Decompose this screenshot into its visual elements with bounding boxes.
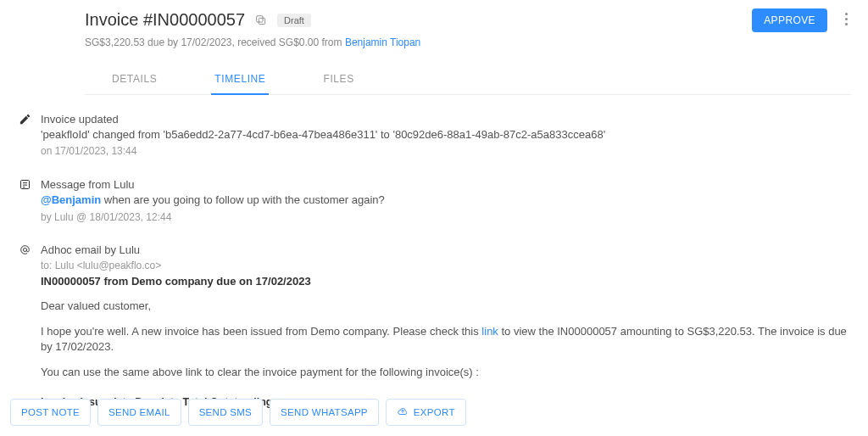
- export-button[interactable]: EXPORT: [386, 399, 466, 426]
- copy-icon[interactable]: [253, 13, 269, 28]
- timeline-panel: Invoice updated 'peakfloId' changed from…: [0, 95, 868, 428]
- svg-rect-1: [257, 15, 263, 21]
- update-detail: 'peakfloId' changed from 'b5a6edd2-2a77-…: [41, 127, 851, 143]
- tab-files[interactable]: FILES: [320, 66, 357, 95]
- status-badge: Draft: [277, 14, 311, 27]
- page-title: Invoice #IN00000057: [85, 10, 245, 30]
- email-subject: IN00000057 from Demo company due on 17/0…: [41, 275, 311, 288]
- pencil-icon: [17, 112, 32, 159]
- tab-timeline[interactable]: TIMELINE: [211, 66, 269, 95]
- cloud-export-icon: [397, 405, 409, 419]
- approve-button[interactable]: APPROVE: [752, 8, 827, 32]
- email-greeting: Dear valued customer,: [41, 299, 851, 314]
- summary-text: SG$3,220.53 due by 17/02/2023, received …: [85, 36, 345, 48]
- update-title: Invoice updated: [41, 112, 851, 127]
- send-whatsapp-button[interactable]: SEND WHATSAPP: [270, 399, 379, 426]
- export-label: EXPORT: [414, 407, 455, 417]
- tab-details[interactable]: DETAILS: [108, 66, 160, 95]
- send-email-button[interactable]: SEND EMAIL: [97, 399, 181, 426]
- post-note-button[interactable]: POST NOTE: [10, 399, 91, 426]
- svg-point-6: [23, 249, 26, 252]
- message-meta: by Lulu @ 18/01/2023, 12:44: [41, 210, 851, 225]
- message-text-row: @Benjamin when are you going to follow u…: [41, 193, 851, 208]
- timeline-item-message: Message from Lulu @Benjamin when are you…: [17, 177, 851, 224]
- timeline-item-update: Invoice updated 'peakfloId' changed from…: [17, 112, 851, 159]
- customer-link[interactable]: Benjamin Tiopan: [345, 36, 420, 48]
- page-header: Invoice #IN00000057 Draft APPROVE SG$3,2…: [0, 0, 868, 95]
- footer-actions: POST NOTE SEND EMAIL SEND SMS SEND WHATS…: [10, 399, 466, 426]
- message-title: Message from Lulu: [41, 177, 851, 193]
- update-meta: on 17/01/2023, 13:44: [41, 144, 851, 159]
- email-title: Adhoc email by Lulu: [41, 243, 851, 258]
- email-paragraph-1: I hope you're well. A new invoice has be…: [41, 324, 851, 355]
- email-paragraph-2: You can use the same above link to clear…: [41, 365, 851, 380]
- email-to: to: Lulu <lulu@peakflo.co>: [41, 259, 851, 273]
- send-sms-button[interactable]: SEND SMS: [188, 399, 263, 426]
- invoice-link[interactable]: link: [481, 325, 498, 338]
- mention: @Benjamin: [41, 193, 101, 206]
- message-text: when are you going to follow up with the…: [101, 193, 385, 206]
- invoice-summary: SG$3,220.53 due by 17/02/2023, received …: [85, 36, 851, 48]
- note-icon: [17, 177, 32, 224]
- more-menu-icon[interactable]: [837, 10, 854, 27]
- tabs: DETAILS TIMELINE FILES: [85, 65, 851, 95]
- svg-rect-0: [259, 18, 264, 24]
